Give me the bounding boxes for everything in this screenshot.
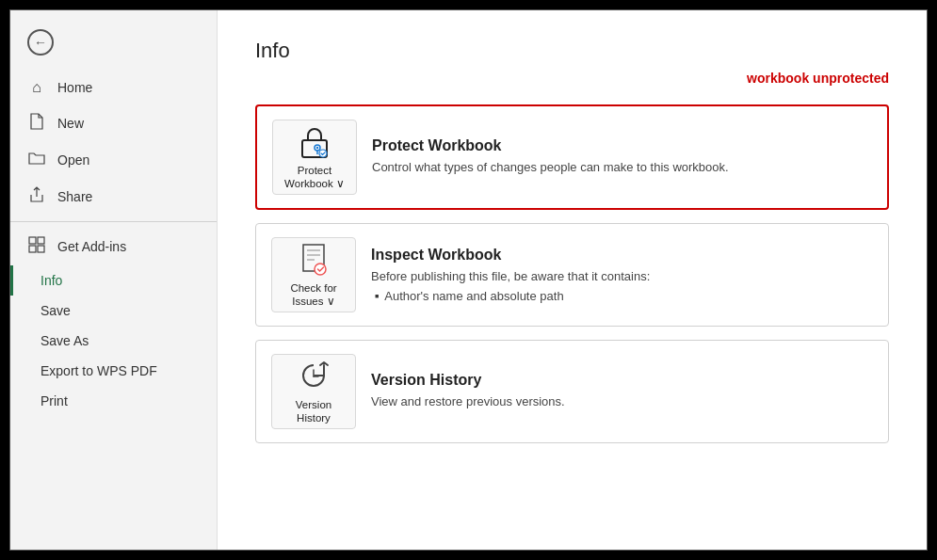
share-icon	[27, 186, 46, 207]
app-window: ← ⌂ Home New Open	[9, 9, 928, 551]
version-history-card: VersionHistory Version History View and …	[255, 340, 889, 443]
svg-rect-1	[38, 237, 44, 244]
inspect-workbook-content: Inspect Workbook Before publishing this …	[371, 247, 873, 303]
sidebar-sub-item-save-label: Save	[40, 303, 71, 318]
sidebar-item-share[interactable]: Share	[10, 178, 217, 216]
new-doc-icon	[27, 113, 46, 134]
svg-rect-0	[29, 237, 36, 244]
protect-workbook-description: Control what types of changes people can…	[372, 159, 872, 176]
sidebar-sub-item-export[interactable]: Export to WPS PDF	[10, 356, 217, 386]
svg-rect-2	[29, 246, 36, 252]
sidebar-sub-items: Info Save Save As Export to WPS PDF Prin…	[10, 265, 217, 416]
sidebar-item-new[interactable]: New	[10, 104, 217, 142]
version-history-title: Version History	[371, 372, 873, 389]
sidebar-item-addins[interactable]: Get Add-ins	[10, 228, 217, 265]
main-content: Info workbook unprotected ProtectWorkbo	[218, 10, 927, 550]
svg-rect-3	[38, 246, 44, 252]
inspect-workbook-title: Inspect Workbook	[371, 247, 873, 264]
version-history-icon-label: VersionHistory	[296, 399, 331, 425]
sidebar-sub-item-save[interactable]: Save	[10, 296, 217, 326]
version-history-icon	[296, 358, 331, 395]
sidebar-divider	[10, 221, 217, 222]
sidebar-item-new-label: New	[57, 116, 84, 131]
sidebar: ← ⌂ Home New Open	[10, 10, 218, 550]
sidebar-sub-item-export-label: Export to WPS PDF	[40, 363, 157, 378]
sidebar-sub-item-saveas-label: Save As	[40, 333, 89, 348]
protect-workbook-title: Protect Workbook	[372, 137, 872, 154]
back-circle-icon: ←	[27, 29, 54, 56]
lock-icon	[297, 123, 332, 161]
protect-workbook-icon-label: ProtectWorkbook ∨	[284, 165, 345, 191]
inspect-workbook-list: Author's name and absolute path	[371, 289, 873, 303]
sidebar-sub-item-info[interactable]: Info	[10, 265, 217, 296]
open-icon	[27, 151, 46, 169]
version-history-description: View and restore previous versions.	[371, 393, 873, 410]
svg-point-9	[315, 264, 326, 275]
protect-workbook-card: ProtectWorkbook ∨ Protect Workbook Contr…	[255, 104, 889, 210]
sidebar-item-home-label: Home	[57, 80, 92, 95]
inspect-list-item-1: Author's name and absolute path	[375, 289, 873, 303]
sidebar-sub-item-info-label: Info	[40, 273, 62, 288]
sidebar-item-open[interactable]: Open	[10, 142, 217, 178]
svg-point-8	[319, 150, 327, 157]
check-issues-icon	[296, 241, 331, 279]
protect-workbook-button[interactable]: ProtectWorkbook ∨	[272, 120, 357, 195]
back-button[interactable]: ←	[10, 20, 217, 65]
page-title: Info	[255, 39, 889, 63]
inspect-workbook-description: Before publishing this file, be aware th…	[371, 268, 873, 285]
svg-point-6	[316, 147, 318, 149]
inspect-list-item-1-text: Author's name and absolute path	[384, 289, 563, 303]
version-history-content: Version History View and restore previou…	[371, 372, 873, 410]
check-issues-button[interactable]: Check forIssues ∨	[271, 237, 356, 312]
version-history-button[interactable]: VersionHistory	[271, 354, 356, 429]
sidebar-item-open-label: Open	[57, 152, 89, 168]
check-issues-icon-label: Check forIssues ∨	[290, 282, 336, 309]
sidebar-item-addins-label: Get Add-ins	[57, 239, 126, 254]
workbook-status: workbook unprotected	[255, 71, 889, 86]
sidebar-item-share-label: Share	[57, 189, 92, 204]
inspect-workbook-card: Check forIssues ∨ Inspect Workbook Befor…	[255, 223, 889, 327]
home-icon: ⌂	[27, 79, 46, 96]
sidebar-sub-item-print[interactable]: Print	[10, 386, 217, 416]
sidebar-item-home[interactable]: ⌂ Home	[10, 71, 217, 104]
addins-icon	[27, 236, 46, 257]
protect-workbook-content: Protect Workbook Control what types of c…	[372, 137, 872, 176]
sidebar-sub-item-saveas[interactable]: Save As	[10, 326, 217, 356]
sidebar-sub-item-print-label: Print	[40, 393, 68, 408]
